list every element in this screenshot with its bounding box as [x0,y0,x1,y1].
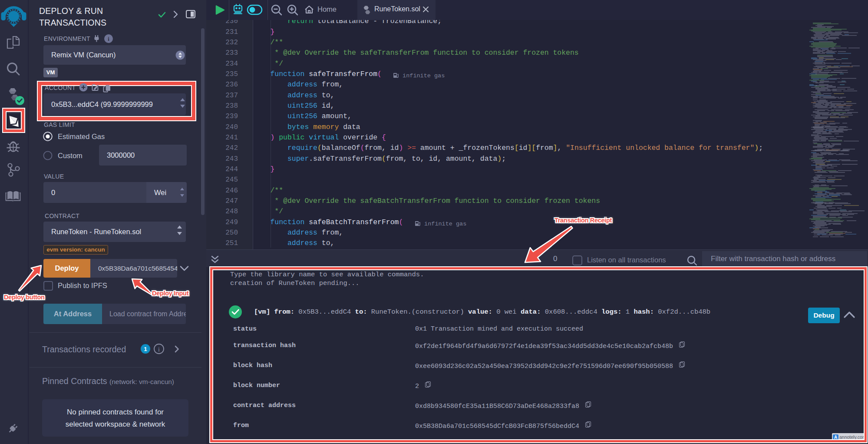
svg-text:i: i [158,346,160,353]
svg-text:1: 1 [144,346,147,352]
svg-text:i: i [108,36,109,42]
